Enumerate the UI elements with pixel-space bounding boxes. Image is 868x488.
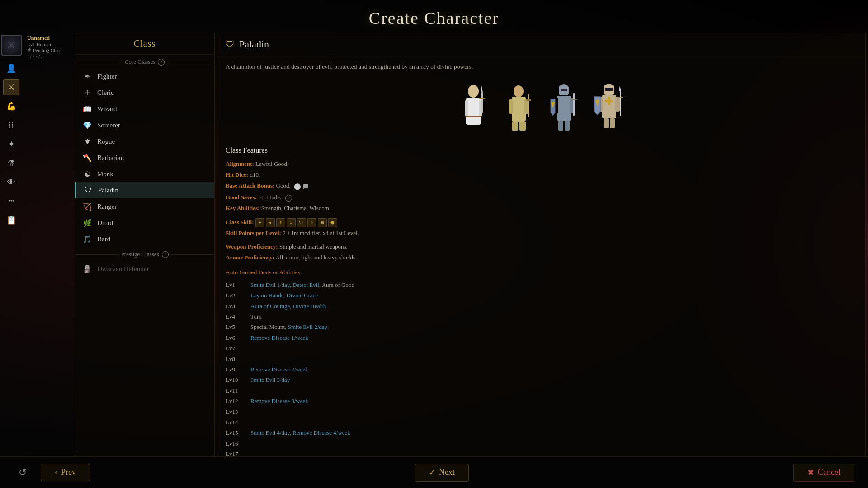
paladin-class-icon: 🛡 (83, 185, 94, 196)
core-classes-header: Core Classes ? (75, 55, 214, 68)
page-header: Create Character (0, 0, 868, 33)
skill-icon-8: ⬟ (328, 218, 337, 227)
sidebar-icon-class[interactable]: ⚔ (3, 79, 19, 95)
portrait-1 (456, 83, 492, 133)
feat-row-lv10: Lv10 Smite Evil 3/day (226, 375, 857, 385)
feat-row-lv7: Lv7 (226, 343, 857, 353)
cancel-icon: ✖ (807, 468, 814, 478)
feat-row-lv12: Lv12 Remove Disease 3/week (226, 396, 857, 406)
feature-bab: Base Attack Bonus: Good. ⬤ ▤ (226, 181, 857, 192)
reset-button[interactable]: ↺ (14, 464, 32, 482)
sorcerer-icon: 💎 (82, 120, 93, 131)
next-button[interactable]: ✓ Next (415, 464, 469, 482)
class-item-wizard[interactable]: 📖 Wizard (75, 101, 214, 117)
svg-rect-10 (509, 99, 513, 114)
paladin-header-icon: 🛡 (226, 39, 235, 50)
svg-rect-7 (466, 116, 481, 117)
sidebar-icon-race[interactable]: 👤 (3, 60, 19, 76)
class-item-rogue[interactable]: 🗡 Rogue (75, 133, 214, 150)
nav-right: ✖ Cancel (793, 464, 854, 482)
feats-section-title: Auto Gained Feats or Abilities: (226, 269, 857, 276)
class-item-monk[interactable]: ☯ Monk (75, 166, 214, 182)
page-title: Create Character (0, 8, 868, 28)
svg-rect-4 (481, 92, 483, 113)
feature-key-abilities: Key Abilities: Strength, Charisma, Wisdo… (226, 203, 857, 213)
sidebar-icon-spells[interactable]: ⚗ (3, 155, 19, 171)
feature-armor-prof: Armor Proficiency: All armor, light and … (226, 253, 857, 263)
prev-icon: ‹ (55, 468, 57, 477)
prestige-classes-label: Prestige Classes (121, 251, 159, 258)
cancel-label: Cancel (818, 468, 840, 477)
dwarven-defender-icon: 🗿 (82, 263, 93, 274)
prestige-classes-header: Prestige Classes ? (75, 247, 214, 261)
svg-rect-9 (512, 97, 526, 122)
class-item-fighter[interactable]: ✒ Fighter (75, 68, 214, 84)
feature-class-skill: Class Skill: ✦ ♦ ⚜ ⚔ 🛡 ✧ ❋ ⬟ (226, 217, 857, 227)
char-name: Unnamed (27, 35, 70, 42)
feat-row-lv15: Lv15 Smite Evil 4/day, Remove Disease 4/… (226, 427, 857, 438)
class-features-title: Class Features (226, 146, 857, 155)
class-panel: Class Core Classes ? ✒ Fighter ☩ Cleric (75, 33, 215, 456)
feat-row-lv2: Lv2 Lay on Hands, Divine Grace (226, 290, 857, 300)
feature-saves: Good Saves: Fortitude. ? (226, 192, 857, 202)
svg-rect-11 (524, 99, 528, 114)
svg-point-0 (468, 85, 479, 98)
sidebar-icon-abilities[interactable]: 💪 (3, 98, 19, 114)
svg-rect-26 (573, 93, 575, 116)
skill-icon-5: 🛡 (297, 218, 306, 227)
nav-center: ✓ Next (415, 464, 469, 482)
class-item-cleric[interactable]: ☩ Cleric (75, 84, 214, 101)
class-item-druid[interactable]: 🌿 Druid (75, 215, 214, 231)
class-item-ranger[interactable]: 🏹 Ranger (75, 198, 214, 215)
svg-rect-25 (565, 121, 570, 131)
sidebar-icon-appearance[interactable]: 👁 (3, 174, 19, 190)
class-item-bard[interactable]: 🎵 Bard (75, 231, 214, 247)
prestige-classes-help[interactable]: ? (162, 251, 169, 258)
class-panel-title: Class (75, 33, 214, 55)
feat-row-lv9: Lv9 Remove Disease 2/week (226, 364, 857, 375)
prev-label: Prev (61, 468, 76, 477)
next-check-icon: ✓ (429, 468, 435, 478)
feature-skill-points: Skill Points per Level: 2 + Int modifier… (226, 228, 857, 238)
monk-icon: ☯ (82, 169, 93, 179)
feat-row-lv13: Lv13 (226, 407, 857, 417)
class-list: Core Classes ? ✒ Fighter ☩ Cleric 📖 Wiza… (75, 55, 214, 456)
class-item-paladin[interactable]: 🛡 Paladin (75, 182, 214, 198)
skill-icon-2: ♦ (266, 218, 275, 227)
portrait-3 (546, 83, 582, 133)
class-item-sorcerer[interactable]: 💎 Sorcerer (75, 117, 214, 133)
saves-help[interactable]: ? (285, 195, 292, 202)
sidebar-icon-skills[interactable]: ⁞⁞ (3, 117, 19, 133)
skill-icon-1: ✦ (255, 218, 264, 227)
info-header: 🛡 Paladin (217, 33, 865, 56)
feat-row-lv5: Lv5 Special Mount, Smite Evil 2/day (226, 322, 857, 332)
char-stats: --/-/-/-/-/- (27, 54, 70, 59)
feats-section: Auto Gained Feats or Abilities: Lv1 Smit… (226, 269, 857, 456)
skill-icon-7: ❋ (318, 218, 327, 227)
info-scroll-area[interactable]: A champion of justice and destroyer of e… (217, 56, 865, 456)
feature-weapon-prof: Weapon Proficiency: Simple and martial w… (226, 242, 857, 252)
sidebar: ⚔ 👤 ⚔ 💪 ⁞⁞ ✦ ⚗ 👁 ••• 📋 (0, 33, 23, 456)
feat-row-lv16: Lv16 (226, 438, 857, 449)
svg-rect-24 (558, 121, 563, 131)
feature-hit-dice: Hit Dice: d10. (226, 170, 857, 180)
character-preview: Unnamed Lv1 Human ⚜ Pending Class --/-/-… (23, 33, 72, 456)
svg-rect-13 (519, 122, 526, 131)
cancel-button[interactable]: ✖ Cancel (793, 464, 854, 482)
character-portrait[interactable]: ⚔ (1, 35, 22, 56)
prev-button[interactable]: ‹ Prev (41, 464, 90, 481)
nav-left: ↺ ‹ Prev (14, 464, 90, 482)
feat-row-lv3: Lv3 Aura of Courage, Divine Health (226, 301, 857, 311)
sidebar-icon-more[interactable]: ••• (3, 193, 19, 209)
sidebar-icon-summary[interactable]: 📋 (3, 212, 19, 228)
core-classes-help[interactable]: ? (158, 59, 165, 66)
feat-row-lv11: Lv11 (226, 385, 857, 396)
svg-rect-18 (561, 89, 567, 91)
svg-rect-19 (557, 96, 571, 121)
class-item-barbarian[interactable]: 🪓 Barbarian (75, 150, 214, 166)
portrait-2 (501, 83, 537, 133)
svg-rect-5 (479, 98, 485, 99)
feat-row-lv6: Lv6 Remove Disease 1/week (226, 333, 857, 343)
svg-rect-39 (618, 97, 623, 98)
sidebar-icon-feats[interactable]: ✦ (3, 136, 19, 152)
